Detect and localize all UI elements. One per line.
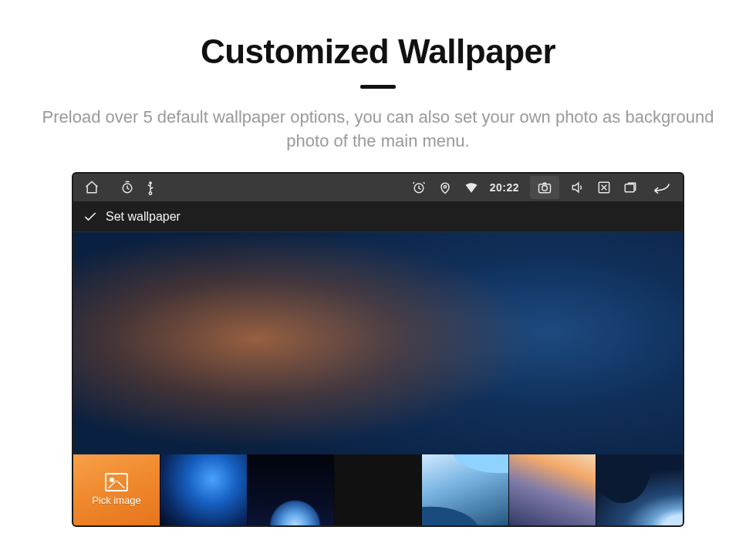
alarm-icon: [411, 180, 427, 195]
recents-icon[interactable]: [623, 180, 638, 195]
page: Customized Wallpaper Preload over 5 defa…: [0, 0, 756, 547]
camera-icon: [537, 180, 552, 195]
timer-icon: [120, 180, 135, 195]
svg-point-2: [444, 185, 446, 187]
wallpaper-thumb-aurora[interactable]: [508, 454, 596, 525]
volume-icon[interactable]: [570, 180, 586, 195]
usb-icon: [143, 180, 158, 195]
wallpaper-thumb-horizon[interactable]: [334, 454, 421, 525]
camera-button[interactable]: [530, 176, 559, 199]
pick-image-tile[interactable]: Pick image: [73, 454, 160, 525]
title-bar: Set wallpaper: [73, 201, 683, 232]
status-time: 20:22: [490, 181, 519, 194]
wallpaper-preview-image: [73, 232, 683, 454]
svg-rect-6: [625, 184, 634, 191]
wallpaper-thumb-planet[interactable]: [247, 454, 334, 525]
wallpaper-preview: [73, 232, 683, 454]
wallpaper-thumb-wave[interactable]: [421, 454, 508, 525]
hero-subtitle: Preload over 5 default wallpaper options…: [31, 106, 725, 154]
check-icon[interactable]: [83, 209, 98, 225]
wallpaper-thumb-strip[interactable]: Pick image: [73, 454, 683, 525]
title-bar-label: Set wallpaper: [106, 210, 181, 224]
device-screenshot: 20:22: [73, 174, 683, 525]
hero-title: Customized Wallpaper: [201, 32, 555, 71]
back-icon[interactable]: [649, 180, 672, 195]
status-bar: 20:22: [73, 174, 683, 201]
x-box-icon[interactable]: [596, 180, 612, 195]
svg-point-4: [542, 185, 548, 191]
location-icon: [437, 180, 453, 195]
wallpaper-thumb-swirl[interactable]: [596, 454, 683, 525]
pick-image-label: Pick image: [92, 495, 141, 506]
home-icon[interactable]: [84, 180, 100, 195]
wifi-icon: [464, 180, 479, 195]
wallpaper-thumb-nebula[interactable]: [160, 454, 247, 525]
hero-divider: [360, 85, 396, 89]
picture-icon: [105, 473, 128, 491]
